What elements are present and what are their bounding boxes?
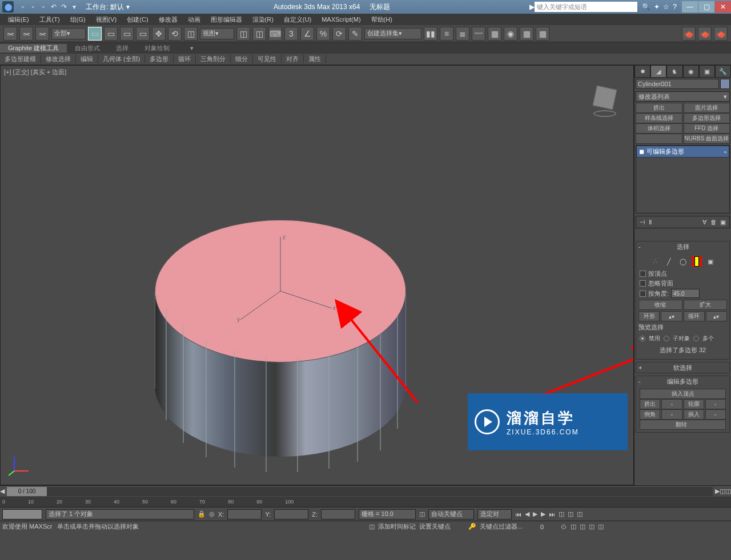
key-icon[interactable]: 🔑 (468, 523, 476, 530)
object-color-swatch[interactable] (720, 79, 730, 89)
menu-modifiers[interactable]: 修改器 (154, 15, 182, 24)
nav6-icon[interactable]: ◫ (589, 523, 595, 530)
lock-icon[interactable]: 🔒 (198, 510, 206, 518)
btn-nurbs-sel[interactable]: NURBS 曲面选择 (684, 134, 730, 144)
play-start-icon[interactable]: ⏮ (515, 511, 521, 518)
time-slider[interactable]: 0 / 100 (7, 487, 713, 496)
radio-disable[interactable] (640, 336, 645, 341)
window-crossing-tool[interactable]: ▭ (136, 27, 150, 41)
polygon-subobj-button[interactable] (692, 256, 702, 267)
remove-mod-icon[interactable]: 🗑 (710, 219, 717, 225)
keyfilter-button[interactable]: 关键点过滤器... (480, 522, 537, 531)
link-icon[interactable]: ⫘ (3, 27, 17, 41)
menu-help[interactable]: 帮助(H) (367, 15, 397, 24)
star-icon[interactable]: ☆ (663, 3, 669, 11)
ribbon-expand-icon[interactable]: ▾ (182, 45, 202, 52)
loop-spin-icon[interactable]: ▴▾ (706, 311, 727, 321)
btn-empty[interactable] (636, 134, 682, 144)
qat-new-icon[interactable]: ▫ (18, 2, 27, 11)
selected-label[interactable]: 选定对 (477, 509, 512, 519)
rotate-tool[interactable]: ⟲ (168, 27, 182, 41)
extrude-settings-icon[interactable]: ▫ (661, 399, 682, 409)
loop-button[interactable]: 循环 (684, 311, 705, 321)
shrink-button[interactable]: 收缩 (638, 300, 682, 310)
menu-render[interactable]: 渲染(R) (248, 15, 278, 24)
comm-icon[interactable]: ✦ (654, 3, 660, 11)
outline-button[interactable]: 轮廓 (684, 399, 704, 409)
rg-tri[interactable]: 三角剖分 (196, 55, 231, 63)
menu-group[interactable]: 组(G) (66, 15, 90, 24)
keyword-search-input[interactable]: 键入关键字或短语 (535, 2, 637, 12)
chk-ignore-backface[interactable] (640, 280, 646, 287)
bevel-button[interactable]: 倒角 (640, 409, 660, 420)
play-next-icon[interactable]: ▶ (541, 510, 545, 518)
qat-more-icon[interactable]: ▾ (70, 2, 79, 11)
insert-vertex-button[interactable]: 插入顶点 (640, 389, 726, 399)
bulb-icon[interactable]: ▫ (724, 148, 726, 155)
snap-spinner-icon[interactable]: ⟳ (332, 27, 346, 41)
element-subobj-icon[interactable]: ▣ (705, 256, 716, 267)
select-name-tool[interactable]: ▭ (104, 27, 118, 41)
nav5-icon[interactable]: ◫ (580, 523, 585, 530)
btn-patch-sel[interactable]: 面片选择 (684, 103, 730, 113)
selection-filter[interactable]: 全部 ▾ (51, 28, 86, 39)
btn-ffd-sel[interactable]: FFD 选择 (684, 123, 730, 134)
teapot3-icon[interactable]: 🫖 (714, 27, 728, 41)
manip-icon[interactable]: ◫ (252, 27, 266, 41)
rg-props[interactable]: 属性 (304, 55, 326, 63)
ribbon-tab-selection[interactable]: 选择 (108, 44, 136, 53)
curve-editor-icon[interactable]: 〰 (472, 27, 485, 41)
viewport[interactable]: [+] [正交] [真实 + 边面] z x y (0, 65, 634, 485)
outline-settings-icon[interactable]: ▫ (705, 399, 726, 409)
btn-extrude[interactable]: 挤出 (636, 103, 682, 113)
btn-vol-sel[interactable]: 体积选择 (636, 123, 682, 134)
scale-tool[interactable]: ◫ (184, 27, 198, 41)
rollout-head-selection[interactable]: -选择 (636, 241, 729, 252)
tab-utilities-icon[interactable]: 🔧 (715, 65, 731, 78)
workspace-label[interactable]: 工作台: 默认 (86, 2, 124, 12)
ring-button[interactable]: 环形 (638, 311, 660, 321)
close-button[interactable]: ✕ (715, 1, 731, 13)
teapot2-icon[interactable]: 🫖 (698, 27, 712, 41)
btn-spline-sel[interactable]: 样条线选择 (636, 113, 682, 123)
qat-open-icon[interactable]: ▫ (29, 2, 38, 11)
editor-icon[interactable]: ✎ (348, 27, 362, 41)
angle-spinner[interactable]: 45.0 (671, 289, 700, 298)
rg-edit[interactable]: 编辑 (76, 55, 98, 63)
maximize-button[interactable]: ▢ (698, 1, 714, 13)
viewport-label[interactable]: [+] [正交] [真实 + 边面] (4, 68, 66, 76)
chk-by-vertex[interactable] (640, 271, 646, 277)
menu-maxscript[interactable]: MAXScript(M) (317, 16, 365, 23)
time-tool1-icon[interactable]: ◫ (720, 488, 725, 495)
mirror-icon[interactable]: ▮▮ (424, 27, 437, 41)
time-ruler[interactable]: 0102030405060708090100 (0, 497, 731, 507)
tab-display-icon[interactable]: ▣ (699, 65, 715, 78)
pin-stack-icon[interactable]: ⊣ (640, 219, 645, 226)
search-icon[interactable]: 🔍 (642, 3, 650, 11)
add-time-label[interactable]: 添加时间标记 (378, 522, 416, 531)
menu-anim[interactable]: 动画 (183, 15, 205, 24)
nav4-icon[interactable]: ◫ (571, 523, 576, 530)
show-result-icon[interactable]: Ⅱ (649, 219, 652, 226)
time-tool2-icon[interactable]: ◫ (725, 488, 731, 495)
chevron-down-icon[interactable]: ▾ (126, 3, 130, 11)
qat-redo-icon[interactable]: ↷ (59, 2, 69, 11)
tab-motion-icon[interactable]: ◉ (683, 65, 699, 78)
tab-hierarchy-icon[interactable]: ♞ (666, 65, 682, 78)
border-subobj-icon[interactable]: ◯ (678, 256, 688, 267)
rg-vis[interactable]: 可见性 (253, 55, 282, 63)
menu-graph[interactable]: 图形编辑器 (206, 15, 247, 24)
teapot1-icon[interactable]: 🫖 (682, 27, 696, 41)
move-tool[interactable]: ✥ (152, 27, 166, 41)
inset-settings-icon[interactable]: ▫ (705, 409, 726, 420)
menu-custom[interactable]: 自定义(U) (279, 15, 316, 24)
flip-button[interactable]: 翻转 (640, 420, 726, 430)
rg-loop[interactable]: 循环 (174, 55, 196, 63)
script-mini-icon[interactable] (2, 509, 42, 519)
y-field[interactable] (274, 509, 308, 519)
nav2-icon[interactable]: ◫ (568, 510, 573, 518)
extrude-button[interactable]: 挤出 (640, 399, 660, 409)
z-field[interactable] (321, 509, 355, 519)
stack-item-editpoly[interactable]: ◼ 可编辑多边形 ▫ (636, 146, 729, 158)
time-config-icon[interactable]: ⏲ (561, 523, 567, 530)
